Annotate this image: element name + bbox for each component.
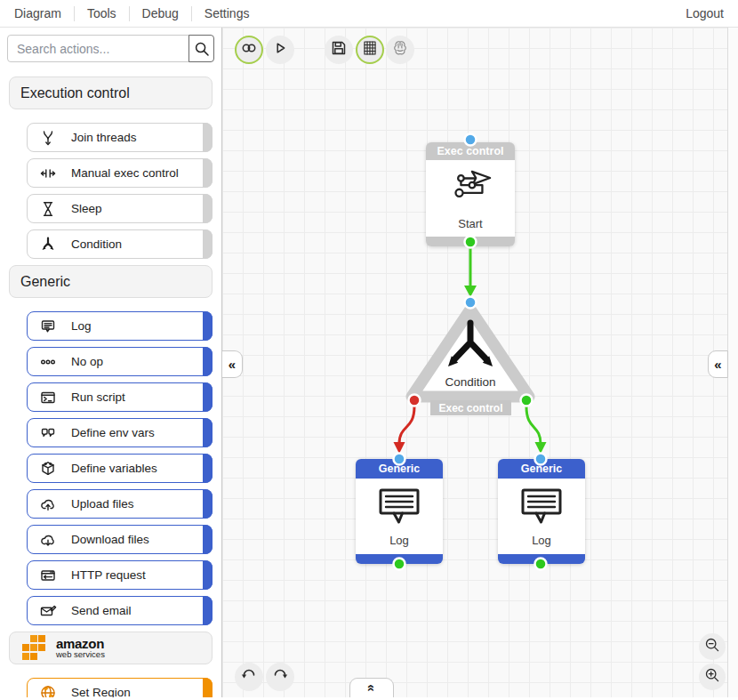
node-log-right[interactable]: Generic Log bbox=[498, 459, 585, 564]
drag-handle bbox=[203, 525, 213, 554]
palette-item-send-email[interactable]: Send email bbox=[27, 596, 213, 625]
collapsed-right-panel bbox=[727, 28, 738, 697]
redo-button[interactable] bbox=[266, 663, 294, 691]
log-bubble-icon bbox=[38, 318, 58, 335]
palette-item-label: Define variables bbox=[71, 462, 157, 475]
search-input[interactable] bbox=[7, 35, 189, 62]
collapse-sidebar-button[interactable]: « bbox=[222, 350, 243, 378]
drag-handle bbox=[203, 596, 213, 625]
palette-item-label: Send email bbox=[71, 604, 132, 617]
browser-arrows-icon bbox=[38, 567, 58, 584]
drag-handle bbox=[203, 311, 213, 341]
edge-condition-true[interactable] bbox=[526, 406, 541, 444]
cloud-upload-icon bbox=[38, 495, 58, 513]
palette-item-join-threads[interactable]: Join threads bbox=[27, 123, 213, 152]
edge-condition-false[interactable] bbox=[399, 406, 414, 444]
port-input[interactable] bbox=[465, 297, 477, 309]
node-log-left[interactable]: Generic Log bbox=[356, 459, 443, 564]
zoom-out-icon bbox=[703, 636, 721, 657]
expand-right-panel-button[interactable]: « bbox=[708, 350, 728, 378]
toggle-grid-button[interactable] bbox=[356, 36, 384, 64]
search-button[interactable] bbox=[189, 35, 214, 62]
undo-button[interactable] bbox=[235, 663, 263, 691]
link-mode-button[interactable] bbox=[235, 36, 263, 64]
drag-handle bbox=[203, 418, 213, 447]
node-label: Log bbox=[389, 534, 409, 547]
drag-handle bbox=[203, 382, 213, 412]
aws-logo: amazon web services bbox=[20, 635, 105, 662]
aws-cubes-icon bbox=[20, 635, 51, 662]
run-button[interactable] bbox=[266, 36, 294, 64]
palette-item-define-variables[interactable]: Define variables bbox=[27, 454, 213, 483]
auto-layout-button[interactable] bbox=[386, 36, 414, 64]
drag-handle bbox=[203, 158, 213, 188]
palette-item-sleep[interactable]: Sleep bbox=[27, 194, 213, 223]
palette-item-label: Define env vars bbox=[71, 426, 155, 439]
port-output[interactable] bbox=[465, 237, 477, 248]
drag-handle bbox=[203, 489, 213, 519]
menu-diagram[interactable]: Diagram bbox=[14, 6, 61, 20]
menu-separator bbox=[74, 6, 75, 21]
palette-item-http-request[interactable]: HTTP request bbox=[27, 560, 213, 590]
expand-bottom-panel-button[interactable]: « bbox=[349, 678, 394, 697]
search-row bbox=[7, 35, 214, 62]
menu-debug[interactable]: Debug bbox=[142, 6, 179, 20]
aws-logo-amazon: amazon bbox=[56, 638, 105, 650]
noop-dots-icon bbox=[38, 353, 58, 371]
env-bubbles-icon bbox=[38, 424, 58, 442]
palette-item-manual-exec-control[interactable]: Manual exec control bbox=[27, 158, 213, 188]
drag-handle bbox=[203, 194, 213, 223]
cube-icon bbox=[38, 460, 58, 478]
hourglass-icon bbox=[38, 200, 58, 218]
redo-icon bbox=[270, 665, 290, 688]
port-input[interactable] bbox=[394, 454, 405, 465]
manual-exec-icon bbox=[38, 165, 58, 182]
menu-tools[interactable]: Tools bbox=[87, 6, 116, 20]
drag-handle bbox=[203, 229, 213, 259]
undo-icon bbox=[239, 665, 259, 688]
terminal-icon bbox=[38, 389, 58, 406]
menu-settings[interactable]: Settings bbox=[205, 6, 250, 20]
join-threads-icon bbox=[38, 129, 58, 147]
drag-handle bbox=[203, 560, 213, 590]
palette-item-upload-files[interactable]: Upload files bbox=[27, 489, 213, 519]
route-start-icon bbox=[446, 167, 494, 213]
palette-item-set-region[interactable]: Set Region bbox=[27, 678, 213, 697]
port-output-false[interactable] bbox=[409, 395, 421, 406]
node-start[interactable]: Exec control Start bbox=[426, 142, 515, 246]
port-input[interactable] bbox=[535, 454, 547, 465]
section-aws: amazon web services Set Region bbox=[0, 632, 221, 697]
palette-item-label: Download files bbox=[71, 533, 149, 546]
port-output-true[interactable] bbox=[521, 395, 533, 406]
palette-item-define-env-vars[interactable]: Define env vars bbox=[27, 418, 213, 447]
zoom-out-button[interactable] bbox=[699, 633, 726, 660]
port-output[interactable] bbox=[394, 559, 405, 570]
cloud-download-icon bbox=[38, 531, 58, 549]
palette-item-label: Set Region bbox=[71, 686, 131, 697]
palette-item-run-script[interactable]: Run script bbox=[27, 382, 213, 412]
palette-item-download-files[interactable]: Download files bbox=[27, 525, 213, 554]
chevron-double-left-icon: « bbox=[229, 357, 236, 372]
logout-button[interactable]: Logout bbox=[686, 6, 724, 20]
node-label: Log bbox=[532, 534, 551, 547]
palette-item-label: Log bbox=[71, 319, 92, 333]
palette-item-label: Condition bbox=[71, 237, 122, 251]
node-condition[interactable] bbox=[412, 310, 529, 397]
port-input[interactable] bbox=[465, 134, 477, 146]
palette-item-label: Join threads bbox=[71, 131, 137, 144]
zoom-in-button[interactable] bbox=[699, 664, 726, 690]
diagram-canvas[interactable]: Exec control Start Generic bbox=[222, 28, 738, 697]
save-button[interactable] bbox=[325, 36, 353, 64]
palette-item-condition[interactable]: Condition bbox=[27, 229, 213, 259]
port-output[interactable] bbox=[535, 559, 547, 570]
chevron-double-left-icon: « bbox=[714, 357, 721, 372]
zoom-in-icon bbox=[703, 666, 721, 688]
chevron-double-up-icon: « bbox=[365, 684, 380, 691]
aws-logo-webservices: web services bbox=[56, 650, 105, 659]
palette-item-no-op[interactable]: No op bbox=[27, 347, 213, 376]
brain-icon bbox=[390, 38, 410, 61]
section-title: Execution control bbox=[9, 76, 213, 109]
menu-separator bbox=[191, 6, 192, 21]
link-icon bbox=[239, 38, 259, 61]
palette-item-log[interactable]: Log bbox=[27, 311, 213, 341]
